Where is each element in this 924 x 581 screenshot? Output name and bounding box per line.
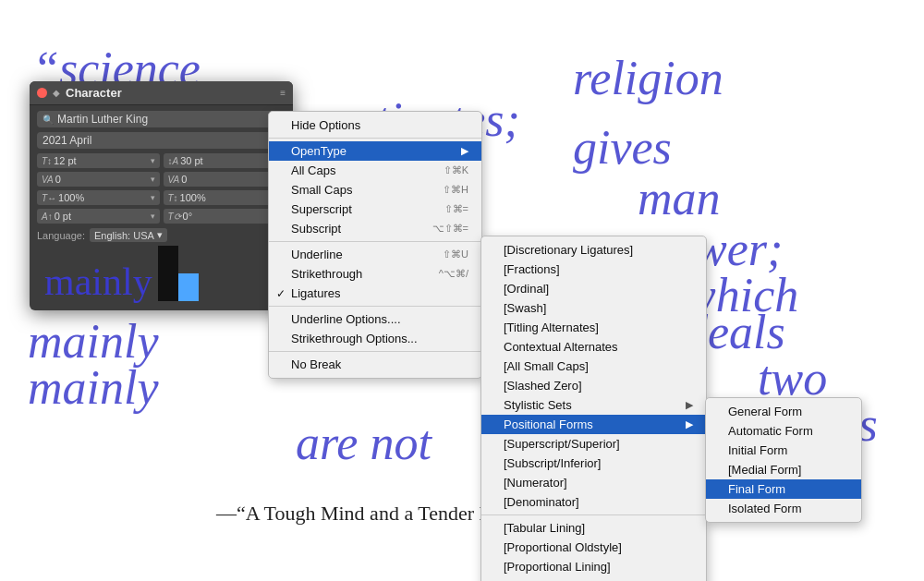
separator-3 (269, 306, 481, 307)
stylistic-sets-label: Stylistic Sets (504, 398, 572, 412)
menu-item-automatic-form[interactable]: Automatic Form (706, 421, 861, 441)
handwriting-line-3: religion (573, 51, 723, 105)
font-size-field[interactable]: T↕ 12 pt ▾ (37, 153, 160, 168)
baseline-value: 0 pt (55, 211, 149, 222)
menu-item-disc-lig[interactable]: [Discretionary Ligatures] (481, 240, 706, 260)
menu-stack: Hide Options OpenType ▶ All Caps ⇧⌘K Sma… (268, 111, 862, 581)
opentype-arrow: ▶ (461, 145, 468, 157)
menu-item-fractions[interactable]: [Fractions] (481, 260, 706, 279)
type-fields-grid: T↕ 12 pt ▾ ↕A 30 pt ▾ VA 0 ▾ VA 0 ▾ T↔ 1 (37, 153, 286, 224)
menu-item-superscript[interactable]: Superscript ⇧⌘= (269, 200, 481, 219)
denominator-label: [Denominator] (504, 495, 579, 509)
menu-item-all-caps[interactable]: All Caps ⇧⌘K (269, 161, 481, 180)
menu-item-subscript[interactable]: Subscript ⌥⇧⌘= (269, 219, 481, 238)
h-scale-arrow[interactable]: ▾ (151, 193, 155, 202)
menu-item-opentype[interactable]: OpenType ▶ (269, 141, 481, 161)
menu-item-ligatures[interactable]: ✓ Ligatures (269, 284, 481, 303)
superscript-label: Superscript (291, 202, 352, 216)
h-scale-field[interactable]: T↔ 100% ▾ (37, 190, 160, 205)
menu-item-ordinal[interactable]: [Ordinal] (481, 279, 706, 298)
block-blue (178, 273, 199, 301)
menu-item-isolated-form[interactable]: Isolated Form (706, 499, 861, 518)
menu-item-underline[interactable]: Underline ⇧⌘U (269, 245, 481, 264)
menu-item-denominator[interactable]: [Denominator] (481, 492, 706, 512)
h-scale-label: T↔ (42, 193, 56, 203)
underline-label: Underline (291, 248, 343, 261)
character-panel: ◆ Character ≡ 🔍 Martin Luther King ▾ 202… (30, 81, 293, 310)
leading-label: ↕A (168, 156, 179, 166)
baseline-field[interactable]: A↑ 0 pt ▾ (37, 209, 160, 224)
menu-item-all-small-caps[interactable]: [All Small Caps] (481, 357, 706, 376)
panel-title-left: ◆ Character (37, 86, 122, 100)
menu-item-positional-forms[interactable]: Positional Forms ▶ (481, 415, 706, 434)
menu-item-strikethrough-options[interactable]: Strikethrough Options... (269, 329, 481, 348)
titling-alt-label: [Titling Alternates] (504, 321, 599, 334)
tracking-label: VA (168, 175, 180, 185)
superscript-sup-label: [Superscript/Superior] (504, 437, 620, 451)
font-style-row[interactable]: 2021 April ▾ (37, 132, 286, 149)
baseline-label: A↑ (42, 212, 53, 222)
panel-menu-icon[interactable]: ≡ (280, 88, 286, 98)
general-form-label: General Form (728, 405, 802, 418)
menu-item-titling-alt[interactable]: [Titling Alternates] (481, 318, 706, 337)
menu-item-swash[interactable]: [Swash] (481, 298, 706, 318)
underline-options-label: Underline Options.... (291, 312, 401, 326)
menu-item-general-form[interactable]: General Form (706, 402, 861, 421)
rotation-value: 0° (183, 211, 281, 222)
menu-level-3: General Form Automatic Form Initial Form… (705, 397, 862, 523)
menu-level-1: Hide Options OpenType ▶ All Caps ⇧⌘K Sma… (268, 111, 482, 379)
fractions-label: [Fractions] (504, 262, 560, 276)
kerning-label: VA (42, 175, 54, 185)
menu-item-strikethrough[interactable]: Strikethrough ^⌥⌘/ (269, 264, 481, 284)
language-arrow: ▾ (157, 229, 163, 241)
menu-item-superscript-sup[interactable]: [Superscript/Superior] (481, 434, 706, 454)
menu-item-contextual-alt[interactable]: Contextual Alternates (481, 337, 706, 357)
opentype-label: OpenType (291, 144, 346, 158)
language-select[interactable]: English: USA ▾ (90, 228, 167, 242)
kerning-arrow[interactable]: ▾ (151, 175, 155, 184)
menu-l3-wrapper: General Form Automatic Form Initial Form… (707, 111, 862, 523)
positional-forms-arrow: ▶ (686, 418, 693, 430)
underline-shortcut: ⇧⌘U (443, 248, 468, 260)
baseline-arrow[interactable]: ▾ (151, 212, 155, 221)
rotation-label: T⟳ (168, 212, 181, 222)
menu-item-final-form[interactable]: Final Form (706, 479, 861, 499)
contextual-alt-label: Contextual Alternates (504, 340, 618, 354)
tabular-lining-label: [Tabular Lining] (504, 521, 585, 535)
strikethrough-label: Strikethrough (291, 267, 362, 281)
menu-item-tabular-oldstyle[interactable]: [Tabular Oldstyle] (481, 576, 706, 581)
menu-item-hide-options[interactable]: Hide Options (269, 115, 481, 135)
h-scale-value: 100% (58, 192, 148, 203)
menu-item-underline-options[interactable]: Underline Options.... (269, 309, 481, 329)
font-size-arrow[interactable]: ▾ (151, 156, 155, 165)
menu-item-subscript-inf[interactable]: [Subscript/Inferior] (481, 454, 706, 473)
subscript-label: Subscript (291, 222, 341, 236)
font-size-label: T↕ (42, 156, 52, 166)
menu-l2-wrapper: [Discretionary Ligatures] [Fractions] [O… (482, 111, 707, 581)
menu-item-prop-lining[interactable]: [Proportional Lining] (481, 557, 706, 576)
kerning-field[interactable]: VA 0 ▾ (37, 172, 160, 187)
menu-item-small-caps[interactable]: Small Caps ⇧⌘H (269, 180, 481, 200)
menu-item-prop-oldstyle[interactable]: [Proportional Oldstyle] (481, 538, 706, 557)
no-break-label: No Break (291, 357, 341, 371)
menu-item-tabular-lining[interactable]: [Tabular Lining] (481, 518, 706, 538)
artwork-block (158, 246, 199, 301)
artwork-text: mainly (44, 262, 152, 301)
menu-item-slashed-zero[interactable]: [Slashed Zero] (481, 376, 706, 395)
menu-item-stylistic-sets[interactable]: Stylistic Sets ▶ (481, 395, 706, 415)
strikethrough-options-label: Strikethrough Options... (291, 332, 418, 345)
menu-item-initial-form[interactable]: Initial Form (706, 441, 861, 460)
tracking-value: 0 (181, 174, 274, 185)
final-form-label: Final Form (728, 482, 785, 496)
menu-item-medial-form[interactable]: [Medial Form] (706, 460, 861, 479)
menu-item-no-break[interactable]: No Break (269, 355, 481, 374)
block-dark (158, 246, 178, 301)
menu-item-numerator[interactable]: [Numerator] (481, 473, 706, 492)
language-row: Language: English: USA ▾ (37, 228, 286, 242)
prop-oldstyle-label: [Proportional Oldstyle] (504, 540, 622, 554)
font-style-text: 2021 April (43, 134, 91, 147)
isolated-form-label: Isolated Form (728, 502, 801, 515)
menu-l3-spacer (707, 111, 862, 397)
close-button[interactable] (37, 88, 47, 98)
font-search-row[interactable]: 🔍 Martin Luther King ▾ (37, 111, 286, 127)
